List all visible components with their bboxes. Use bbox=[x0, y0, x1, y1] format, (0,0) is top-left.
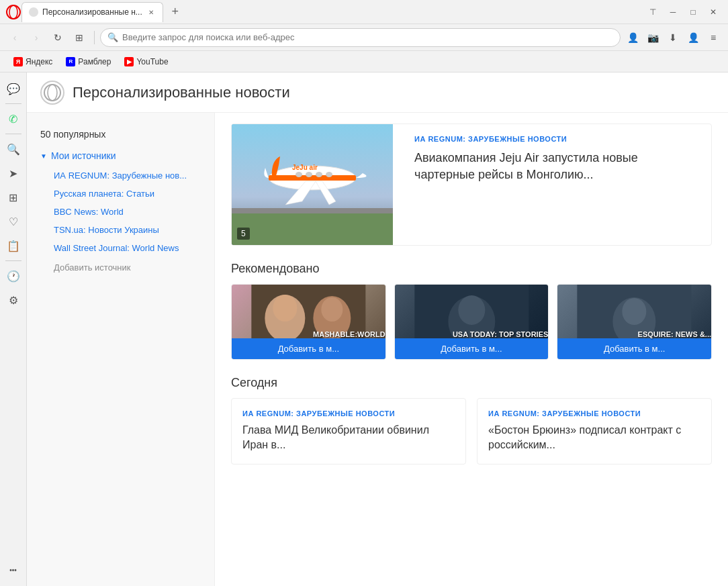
nav-source-1[interactable]: Русская планета: Статьи bbox=[27, 185, 214, 203]
usatoday-label: USA TODAY: TOP STORIES bbox=[453, 330, 548, 338]
svg-point-18 bbox=[321, 297, 343, 322]
svg-point-12 bbox=[326, 172, 332, 177]
svg-point-21 bbox=[458, 295, 485, 325]
today-card-1[interactable]: ИА REGNUM: ЗАРУБЕЖНЫЕ НОВОСТИ «Бостон Бр… bbox=[477, 398, 712, 465]
rambler-label: Рамблер bbox=[78, 57, 111, 66]
sidebar-separator-2 bbox=[5, 134, 21, 134]
mashable-add-button[interactable]: Добавить в м... bbox=[232, 338, 385, 359]
youtube-label: YouTube bbox=[136, 57, 168, 66]
today-card-0[interactable]: ИА REGNUM: ЗАРУБЕЖНЫЕ НОВОСТИ Глава МИД … bbox=[231, 398, 466, 465]
featured-title: Авиакомпания Jeju Air запустила новые ча… bbox=[414, 150, 700, 183]
youtube-favicon: ▶ bbox=[124, 57, 134, 66]
rambler-favicon: R bbox=[66, 57, 75, 66]
rec-image-usatoday: USA TODAY: TOP STORIES bbox=[395, 285, 549, 338]
window-controls: ⊤ ─ □ ✕ bbox=[643, 3, 723, 21]
sidebar-apps-icon[interactable]: ⊞ bbox=[3, 187, 24, 208]
sidebar-history-icon[interactable]: 📋 bbox=[3, 235, 24, 256]
page-header: Персонализированные новости bbox=[27, 72, 728, 113]
maximize-button[interactable]: □ bbox=[684, 3, 702, 21]
tab-close-button[interactable]: ✕ bbox=[146, 7, 156, 17]
download-button[interactable]: ⬇ bbox=[664, 28, 682, 47]
nav-source-3[interactable]: TSN.ua: Новости Украины bbox=[27, 221, 214, 239]
article-badge: 5 bbox=[237, 228, 250, 240]
nav-source-4[interactable]: Wall Street Journal: World News bbox=[27, 239, 214, 257]
today-source-0: ИА REGNUM: ЗАРУБЕЖНЫЕ НОВОСТИ bbox=[242, 409, 455, 418]
rec-image-mashable: MASHABLE:WORLD bbox=[232, 285, 385, 338]
sidebar-separator-3 bbox=[5, 260, 21, 261]
rec-card-mashable: MASHABLE:WORLD Добавить в м... bbox=[231, 284, 386, 360]
address-input[interactable] bbox=[122, 32, 613, 42]
rec-image-esquire: ESQUIRE: NEWS &... bbox=[557, 285, 711, 338]
sidebar-send-icon[interactable]: ➤ bbox=[3, 162, 24, 184]
pin-button[interactable]: ⊤ bbox=[643, 3, 662, 21]
grid-view-button[interactable]: ⊞ bbox=[70, 28, 89, 47]
sidebar-settings-icon[interactable]: ⚙ bbox=[3, 289, 24, 311]
toolbar: ‹ › ↻ ⊞ 🔍 👤 📷 ⬇ 👤 ≡ bbox=[0, 24, 728, 51]
svg-point-16 bbox=[273, 295, 297, 322]
nav-source-0[interactable]: ИА REGNUM: Зарубежные нов... bbox=[27, 166, 214, 185]
user-icon[interactable]: 👤 bbox=[623, 28, 642, 47]
svg-point-0 bbox=[7, 5, 20, 19]
svg-point-1 bbox=[9, 5, 17, 19]
nav-my-sources-label: Мои источники bbox=[51, 150, 116, 161]
nav-add-source[interactable]: Добавить источник bbox=[27, 257, 214, 278]
svg-rect-6 bbox=[232, 208, 393, 213]
bookmark-rambler[interactable]: R Рамблер bbox=[60, 55, 116, 68]
content-wrapper: Персонализированные новости 50 популярны… bbox=[27, 72, 728, 586]
toolbar-right-actions: 👤 📷 ⬇ 👤 ≡ bbox=[623, 28, 723, 47]
today-title: Сегодня bbox=[231, 376, 712, 390]
titlebar: Персонализированные н... ✕ + ⊤ ─ □ ✕ bbox=[0, 0, 728, 24]
tab-label: Персонализированные н... bbox=[42, 7, 142, 17]
svg-point-11 bbox=[316, 172, 322, 177]
sidebar-more-icon[interactable]: ••• bbox=[3, 559, 24, 581]
svg-rect-5 bbox=[232, 211, 393, 245]
page-title: Персонализированные новости bbox=[73, 84, 290, 101]
tab-list: Персонализированные н... ✕ + bbox=[5, 2, 638, 22]
page-content: 50 популярных ▼ Мои источники ИА REGNUM:… bbox=[27, 113, 728, 586]
minimize-button[interactable]: ─ bbox=[664, 3, 682, 21]
camera-button[interactable]: 📷 bbox=[643, 28, 662, 47]
sidebar-bottom: ••• bbox=[3, 559, 24, 581]
nav-popular[interactable]: 50 популярных bbox=[27, 124, 214, 145]
sidebar-favorites-icon[interactable]: ♡ bbox=[3, 211, 24, 232]
address-bar[interactable]: 🔍 bbox=[100, 28, 621, 47]
today-section: Сегодня ИА REGNUM: ЗАРУБЕЖНЫЕ НОВОСТИ Гл… bbox=[231, 376, 712, 465]
left-nav: 50 популярных ▼ Мои источники ИА REGNUM:… bbox=[27, 113, 215, 586]
yandex-favicon: Я bbox=[13, 57, 23, 66]
nav-my-sources-header[interactable]: ▼ Мои источники bbox=[27, 145, 214, 166]
featured-article[interactable]: JeJu air 5 ИА REGNUM: ЗАРУБЕЖНЫЕ НОВОСТИ… bbox=[231, 124, 712, 246]
today-source-1: ИА REGNUM: ЗАРУБЕЖНЫЕ НОВОСТИ bbox=[488, 409, 700, 418]
sidebar-search-icon[interactable]: 🔍 bbox=[3, 138, 24, 160]
usatoday-add-button[interactable]: Добавить в м... bbox=[395, 338, 549, 359]
recommended-grid: MASHABLE:WORLD Добавить в м... bbox=[231, 284, 712, 360]
bookmark-youtube[interactable]: ▶ YouTube bbox=[119, 55, 173, 68]
svg-rect-8 bbox=[269, 175, 356, 181]
profile-button[interactable]: 👤 bbox=[684, 28, 702, 47]
esquire-label: ESQUIRE: NEWS &... bbox=[638, 330, 711, 338]
right-content: JeJu air 5 ИА REGNUM: ЗАРУБЕЖНЫЕ НОВОСТИ… bbox=[215, 113, 728, 586]
search-icon: 🔍 bbox=[107, 32, 118, 42]
bookmarks-bar: Я Яндекс R Рамблер ▶ YouTube bbox=[0, 51, 728, 72]
page-logo bbox=[40, 81, 64, 105]
bookmark-yandex[interactable]: Я Яндекс bbox=[8, 55, 58, 68]
svg-point-10 bbox=[306, 172, 312, 177]
svg-point-2 bbox=[44, 85, 60, 101]
menu-button[interactable]: ≡ bbox=[704, 28, 723, 47]
esquire-add-button[interactable]: Добавить в м... bbox=[557, 338, 711, 359]
svg-point-3 bbox=[48, 85, 57, 101]
refresh-button[interactable]: ↻ bbox=[48, 28, 67, 47]
sidebar-messenger-icon[interactable]: 💬 bbox=[3, 78, 24, 99]
sidebar-clock-icon[interactable]: 🕐 bbox=[3, 265, 24, 287]
forward-button[interactable]: › bbox=[27, 28, 46, 47]
main-layout: 💬 ✆ 🔍 ➤ ⊞ ♡ 📋 🕐 ⚙ ••• Персонализированны… bbox=[0, 72, 728, 586]
nav-source-2[interactable]: BBC News: World bbox=[27, 203, 214, 221]
active-tab[interactable]: Персонализированные н... ✕ bbox=[21, 2, 163, 22]
recommended-title: Рекомендовано bbox=[231, 262, 712, 276]
new-tab-button[interactable]: + bbox=[166, 3, 185, 21]
close-button[interactable]: ✕ bbox=[704, 3, 723, 21]
svg-point-9 bbox=[295, 172, 302, 177]
sidebar-whatsapp-icon[interactable]: ✆ bbox=[3, 108, 24, 130]
mashable-label: MASHABLE:WORLD bbox=[313, 330, 385, 338]
back-button[interactable]: ‹ bbox=[5, 28, 24, 47]
opera-logo bbox=[5, 4, 21, 20]
